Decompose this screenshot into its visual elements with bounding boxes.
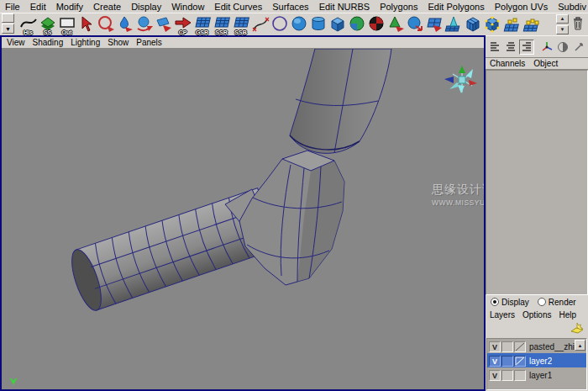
menu-polygon-uvs[interactable]: Polygon UVs [490, 1, 554, 13]
menu-layer-help[interactable]: Help [559, 310, 576, 320]
layer-type-toggle[interactable] [514, 341, 526, 352]
shelf-tab-button[interactable] [2, 13, 14, 23]
layer-name[interactable]: layer2 [527, 357, 552, 366]
layer-editor-menubar: Layers Options Help [486, 309, 588, 320]
checker-sphere-icon[interactable] [366, 13, 386, 35]
nurbs-circle-icon[interactable] [270, 13, 289, 35]
manipulator-axis-icon[interactable] [539, 40, 554, 55]
vp-menu-lighting[interactable]: Lighting [68, 38, 105, 47]
nurbs-cylinder-icon[interactable] [308, 13, 328, 35]
layer-type-toggle[interactable] [514, 370, 526, 381]
paint-select-icon[interactable] [115, 13, 134, 35]
nurbs-cube-icon[interactable] [328, 13, 347, 35]
select-tool-icon[interactable] [76, 13, 96, 35]
curve-duplicate-icon[interactable] [250, 13, 270, 35]
cp-tool-icon[interactable]: CP [173, 13, 192, 35]
vp-menu-shading[interactable]: Shading [30, 38, 69, 47]
layer-row-layer2[interactable]: V layer2 [487, 353, 586, 367]
layer-name[interactable]: layer1 [527, 371, 552, 380]
layer-playback-toggle[interactable] [501, 356, 513, 367]
3d-model-scene [2, 49, 484, 389]
layer-editor: Display Render Layers Options Help V [486, 295, 588, 391]
upper-tube-segment[interactable] [290, 49, 391, 153]
shelf-tab-selector: ▼ [2, 13, 16, 35]
create-layer-icon[interactable] [570, 321, 585, 338]
cone-on-plane-icon[interactable] [444, 13, 463, 35]
channel-box-toolbar [486, 36, 588, 57]
menu-window[interactable]: Window [166, 1, 209, 13]
render-radio-circle[interactable] [538, 298, 546, 306]
maya-window: File Edit Modify Create Display Window E… [0, 0, 588, 391]
grid-objects-alt-icon[interactable] [521, 13, 540, 35]
move-tool-icon[interactable] [154, 13, 173, 35]
menu-layers[interactable]: Layers [490, 310, 515, 320]
layer-row-pasted[interactable]: V pasted__zhizhizhi [487, 339, 586, 353]
layer-list: V pasted__zhizhizhi V layer2 V [486, 338, 587, 390]
perspective-viewport[interactable]: View Shading Lighting Show Panels [0, 35, 486, 391]
channel-layout-3-icon[interactable] [519, 40, 534, 55]
grid-objects-icon[interactable] [501, 13, 521, 35]
menu-modify[interactable]: Modify [51, 1, 88, 13]
menubar: File Edit Modify Create Display Window E… [0, 0, 588, 13]
display-radio-circle[interactable] [491, 298, 499, 306]
menu-create[interactable]: Create [88, 1, 126, 13]
rotate-tool-icon[interactable] [134, 13, 154, 35]
sphere-project-icon[interactable] [405, 13, 424, 35]
manipulator-edit-icon[interactable] [571, 40, 586, 55]
menu-edit-polygons[interactable]: Edit Polygons [423, 1, 489, 13]
menu-options[interactable]: Options [522, 310, 551, 320]
display-radio[interactable]: Display [491, 298, 529, 307]
layer-list-scroll-up-button[interactable]: ▲ [575, 340, 585, 351]
layer-visibility-toggle[interactable]: V [489, 370, 501, 381]
viewport-canvas[interactable]: 思缘设计论坛 WWW.MISSYUAN.COM [2, 49, 484, 389]
ssb-surface-icon[interactable]: SSB [231, 13, 250, 35]
elbow-segment[interactable] [239, 151, 344, 285]
layer-visibility-toggle[interactable]: V [489, 356, 501, 367]
menu-file[interactable]: File [0, 1, 25, 13]
axis-indicator-icon [9, 378, 18, 385]
layer-row-layer1[interactable]: V layer1 [487, 367, 586, 382]
poly-vertex-cube-icon[interactable] [482, 13, 501, 35]
history-icon[interactable]: His [18, 13, 38, 35]
shelf-dropdown-button[interactable]: ▼ [2, 24, 14, 34]
layer-visibility-toggle[interactable]: V [489, 341, 501, 352]
nurbs-sphere-icon[interactable] [289, 13, 308, 35]
menu-display[interactable]: Display [126, 1, 166, 13]
shaded-sphere-icon[interactable] [347, 13, 366, 35]
render-radio[interactable]: Render [538, 298, 576, 307]
vp-menu-panels[interactable]: Panels [134, 38, 167, 47]
lasso-tool-icon[interactable] [96, 13, 115, 35]
tab-object[interactable]: Object [533, 59, 558, 68]
ssr-surface-icon[interactable]: SSR [212, 13, 231, 35]
cone-project-icon[interactable] [386, 13, 405, 35]
trash-icon[interactable] [572, 16, 584, 34]
menu-edit-nurbs[interactable]: Edit NURBS [314, 1, 375, 13]
channel-list-area[interactable] [486, 70, 588, 295]
menu-polygons[interactable]: Polygons [375, 1, 423, 13]
layer-playback-toggle[interactable] [501, 341, 513, 352]
layer-type-toggle[interactable] [514, 356, 526, 367]
layer-playback-toggle[interactable] [501, 370, 513, 381]
channel-box-tabs: Channels Object [486, 57, 588, 70]
menu-subdiv-surfaces[interactable]: Subdiv Surfaces [553, 1, 588, 13]
viewport-menubar: View Shading Lighting Show Panels [2, 37, 484, 49]
smooth-shade-icon[interactable]: SS [38, 13, 57, 35]
vp-menu-show[interactable]: Show [105, 38, 134, 47]
menu-edit-curves[interactable]: Edit Curves [209, 1, 267, 13]
gsr-surface-icon[interactable]: GSR [192, 13, 212, 35]
shelf-scroll-down-button[interactable]: ▼ [556, 25, 569, 34]
vp-menu-view[interactable]: View [4, 38, 30, 47]
shelf-scroll-up-button[interactable]: ▲ [556, 14, 569, 24]
tab-channels[interactable]: Channels [490, 59, 525, 68]
channel-layout-1-icon[interactable] [487, 40, 502, 55]
channel-layout-2-icon[interactable] [503, 40, 518, 55]
view-compass-icon[interactable] [444, 66, 477, 93]
menu-surfaces[interactable]: Surfaces [267, 1, 313, 13]
plane-project-icon[interactable] [424, 13, 444, 35]
render-radio-label: Render [549, 298, 576, 307]
outliner-icon[interactable]: Out [57, 13, 76, 35]
display-radio-label: Display [501, 298, 529, 307]
poly-grid-cube-icon[interactable] [463, 13, 482, 35]
menu-edit[interactable]: Edit [25, 1, 51, 13]
speed-toggle-icon[interactable] [555, 40, 570, 55]
